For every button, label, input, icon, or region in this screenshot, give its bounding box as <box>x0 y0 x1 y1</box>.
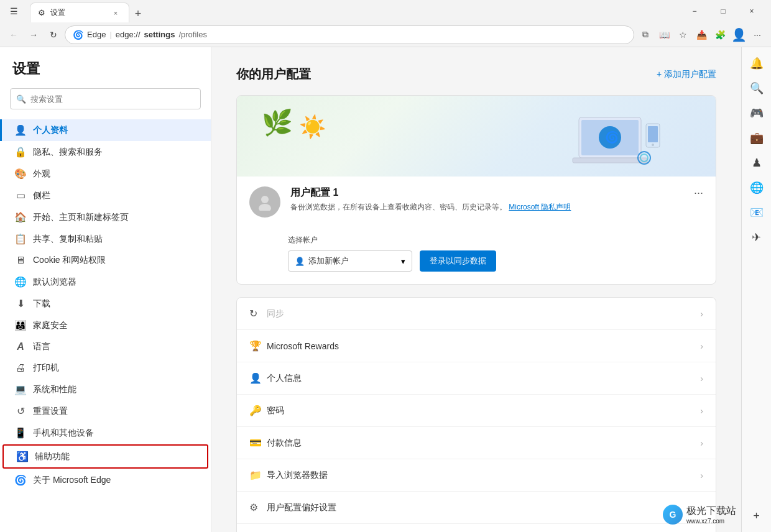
menu-item-payment[interactable]: 💳 付款信息 › <box>237 427 716 459</box>
nav-actions: ⧉ 📖 ☆ 📥 🧩 👤 ··· <box>637 26 766 44</box>
menu-item-rewards[interactable]: 🏆 Microsoft Rewards › <box>237 330 716 362</box>
add-sidebar-btn[interactable]: + <box>746 505 768 527</box>
collections-sidebar-btn[interactable]: 💼 <box>746 127 768 149</box>
menu-item-label: 用户配置偏好设置 <box>267 502 700 513</box>
appearance-nav-icon: 🎨 <box>14 168 27 180</box>
sidebar-item-label: 重置设置 <box>33 406 68 417</box>
sidebar-item-download[interactable]: ⬇ 下载 <box>0 293 211 314</box>
back-btn[interactable]: ← <box>5 26 22 44</box>
sidebar-item-mobile[interactable]: 📱 手机和其他设备 <box>0 422 211 444</box>
menu-item-label: 个人信息 <box>267 373 700 384</box>
menu-item-import[interactable]: 📁 导入浏览器数据 › <box>237 459 716 492</box>
sidebar-item-label: 共享、复制和粘贴 <box>33 234 103 245</box>
account-select-dropdown[interactable]: 👤 添加新帐户 ▾ <box>288 250 412 272</box>
chevron-right-icon: › <box>700 438 703 448</box>
search-sidebar-btn[interactable]: 🔍 <box>746 77 768 99</box>
outlook-btn[interactable]: 📧 <box>746 201 768 224</box>
menu-item-windows[interactable]: ⊞ 与其他 Windows 功能共享浏览数据 › <box>237 524 716 532</box>
close-btn[interactable]: × <box>737 0 766 22</box>
sidebar-item-label: 关于 Microsoft Edge <box>33 475 111 486</box>
favorites-btn[interactable]: ☆ <box>674 26 691 44</box>
sidebar-item-privacy[interactable]: 🔒 隐私、搜索和服务 <box>0 141 211 163</box>
chevron-right-icon: › <box>700 374 703 383</box>
sidebar-item-profile[interactable]: 👤 个人资料 <box>0 119 211 141</box>
sidebar-item-label: 手机和其他设备 <box>33 428 94 439</box>
sidebar-item-label: 默认浏览器 <box>33 277 76 288</box>
notification-btn[interactable]: 🔔 <box>746 52 768 75</box>
payment-icon: 💳 <box>249 437 267 449</box>
sidebar-item-label: 家庭安全 <box>33 320 68 331</box>
split-view-btn[interactable]: ⧉ <box>637 26 654 44</box>
sidebar-item-sidebar[interactable]: ▭ 侧栏 <box>0 185 211 206</box>
sidebar-item-language[interactable]: A 语言 <box>0 336 211 357</box>
profile-details: 用户配置 1 备份浏览数据，在所有设备上查看收藏内容、密码、历史记录等。 Mic… <box>290 186 684 213</box>
new-tab-btn[interactable]: + <box>129 5 147 22</box>
sidebar-item-appearance[interactable]: 🎨 外观 <box>0 163 211 185</box>
forward-btn[interactable]: → <box>25 26 42 44</box>
sync-btn[interactable]: 登录以同步数据 <box>420 250 496 272</box>
menu-item-label: Microsoft Rewards <box>267 341 700 351</box>
sidebar-toggle-btn[interactable]: ☰ <box>5 2 22 20</box>
url-suffix: /profiles <box>178 30 207 39</box>
sidebar-item-default[interactable]: 🌐 默认浏览器 <box>0 271 211 293</box>
settings-sidebar: 设置 🔍 👤 个人资料 🔒 隐私、搜索和服务 🎨 外观 <box>0 47 211 532</box>
more-btn[interactable]: ··· <box>749 26 766 44</box>
password-icon: 🔑 <box>249 405 267 416</box>
sidebar-item-start[interactable]: 🏠 开始、主页和新建标签页 <box>0 206 211 228</box>
svg-rect-6 <box>648 126 658 142</box>
edge-logo-icon: 🌀 <box>73 30 83 40</box>
active-tab[interactable]: ⚙ 设置 × <box>30 2 129 22</box>
content-area: 设置 🔍 👤 个人资料 🔒 隐私、搜索和服务 🎨 外观 <box>0 47 771 532</box>
sidebar-item-share[interactable]: 📋 共享、复制和粘贴 <box>0 228 211 250</box>
sidebar-item-system[interactable]: 💻 系统和性能 <box>0 378 211 400</box>
sidebar-item-family[interactable]: 👨‍👩‍👧 家庭安全 <box>0 314 211 336</box>
maximize-btn[interactable]: □ <box>709 0 737 22</box>
chevron-right-icon: › <box>700 406 703 416</box>
privacy-link[interactable]: Microsoft 隐私声明 <box>509 203 571 211</box>
share-nav-icon: 📋 <box>14 233 27 245</box>
tab-settings-icon: ⚙ <box>38 8 45 17</box>
add-profile-btn[interactable]: + 添加用户配置 <box>657 69 716 80</box>
collections-btn[interactable]: 📥 <box>693 26 710 44</box>
sidebar-item-about[interactable]: 🌀 关于 Microsoft Edge <box>0 469 211 491</box>
more2-btn[interactable]: ✈ <box>746 226 768 249</box>
read-view-btn[interactable]: 📖 <box>655 26 673 44</box>
sidebar-item-cookies[interactable]: 🖥 Cookie 和网站权限 <box>0 250 211 271</box>
svg-text:🌀: 🌀 <box>605 131 619 144</box>
sidebar-item-printer[interactable]: 🖨 打印机 <box>0 357 211 378</box>
minimize-btn[interactable]: − <box>680 0 709 22</box>
settings-title: 设置 <box>0 60 211 88</box>
profile-nav-icon: 👤 <box>14 124 27 136</box>
address-bar[interactable]: 🌀 Edge | edge://settings/profiles <box>65 25 634 44</box>
extensions-btn[interactable]: 🧩 <box>711 26 729 44</box>
sidebar-item-label: 打印机 <box>33 362 59 374</box>
tab-bar: ⚙ 设置 × + <box>30 0 678 22</box>
svg-point-11 <box>259 204 271 211</box>
profile-name: 用户配置 1 <box>290 186 684 200</box>
system-nav-icon: 💻 <box>14 383 27 395</box>
search-input[interactable] <box>10 88 201 109</box>
sidebar-item-reset[interactable]: ↺ 重置设置 <box>0 400 211 422</box>
menu-section: ↻ 同步 › 🏆 Microsoft Rewards › 👤 个人信息 › <box>236 297 716 532</box>
profile-more-btn[interactable]: ··· <box>694 186 703 200</box>
svg-point-7 <box>652 144 654 146</box>
personal-info-icon: 👤 <box>249 372 267 384</box>
browser-sidebar-btn[interactable]: 🌐 <box>746 177 768 199</box>
menu-item-preferences[interactable]: ⚙ 用户配置偏好设置 › <box>237 492 716 524</box>
watermark-icon: G <box>670 510 676 520</box>
profile-btn[interactable]: 👤 <box>730 26 747 44</box>
tab-close-btn[interactable]: × <box>110 7 121 19</box>
games-btn[interactable]: 🎮 <box>746 102 768 124</box>
sidebar-item-accessibility[interactable]: ♿ 辅助功能 <box>2 444 208 469</box>
privacy-nav-icon: 🔒 <box>14 146 27 158</box>
refresh-btn[interactable]: ↻ <box>45 26 62 44</box>
printer-nav-icon: 🖨 <box>14 362 27 374</box>
cookies-nav-icon: 🖥 <box>14 255 27 266</box>
account-icon: 👤 <box>295 257 305 266</box>
sidebar-item-label: 隐私、搜索和服务 <box>33 147 103 158</box>
url-bold: settings <box>144 30 175 39</box>
chess-btn[interactable]: ♟ <box>746 152 768 174</box>
menu-item-password[interactable]: 🔑 密码 › <box>237 395 716 427</box>
menu-item-sync[interactable]: ↻ 同步 › <box>237 298 716 330</box>
menu-item-personal-info[interactable]: 👤 个人信息 › <box>237 362 716 395</box>
